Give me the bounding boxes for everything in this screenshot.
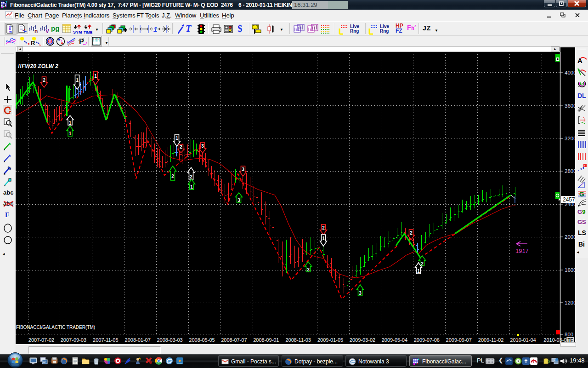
svg-text:2008-07-07: 2008-07-07 [221, 337, 247, 343]
svg-text:2009-07-06: 2009-07-06 [414, 337, 440, 343]
svg-text:1: 1 [94, 74, 97, 79]
svg-text:3200: 3200 [565, 136, 575, 141]
svg-text:2009-01-05: 2009-01-05 [317, 337, 343, 343]
svg-text:2007-11-05: 2007-11-05 [93, 337, 118, 343]
svg-text:1: 1 [175, 136, 178, 141]
svg-text:2: 2 [171, 174, 174, 179]
svg-text:2008-09-01: 2008-09-01 [253, 337, 279, 343]
svg-text:2: 2 [180, 144, 182, 150]
svg-text:3: 3 [242, 167, 244, 172]
svg-text:3: 3 [359, 291, 362, 296]
svg-text:2: 2 [190, 174, 192, 179]
svg-text:2000: 2000 [565, 234, 575, 240]
svg-text:2457: 2457 [563, 196, 575, 203]
svg-text:1: 1 [190, 184, 193, 190]
svg-text:2: 2 [322, 225, 325, 230]
svg-text:1: 1 [322, 236, 325, 241]
svg-text:3600: 3600 [565, 103, 575, 109]
svg-text:3: 3 [307, 267, 310, 272]
svg-text:2008-11-03: 2008-11-03 [285, 337, 311, 343]
svg-text:SYM: SYM [73, 30, 82, 34]
svg-text:FIBONACCI/GALACTIC TRADER(TM): FIBONACCI/GALACTIC TRADER(TM) [16, 325, 95, 330]
svg-text:4000: 4000 [565, 70, 575, 75]
svg-text:2010-01-04: 2010-01-04 [510, 337, 536, 343]
svg-text:1917: 1917 [515, 248, 529, 255]
svg-text:3: 3 [237, 198, 240, 203]
svg-text:2800: 2800 [565, 168, 575, 174]
svg-text:2009-11-02: 2009-11-02 [478, 337, 503, 343]
svg-text:TIME: TIME [84, 30, 93, 34]
svg-text:2: 2 [410, 230, 413, 236]
svg-text:2: 2 [43, 78, 45, 83]
svg-text:s: s [584, 164, 585, 167]
svg-text:2007-09-03: 2007-09-03 [61, 337, 86, 343]
svg-text:2009-09-07: 2009-09-07 [446, 337, 472, 343]
svg-text:2008-03-03: 2008-03-03 [157, 337, 182, 343]
svg-text:1: 1 [69, 121, 72, 126]
svg-text:3: 3 [201, 144, 204, 149]
svg-text:2007-07-02: 2007-07-02 [28, 337, 54, 343]
svg-text:4: 4 [3, 3, 5, 7]
svg-text:1200: 1200 [565, 300, 575, 305]
svg-text:2008-01-07: 2008-01-07 [125, 337, 151, 343]
svg-text:1: 1 [69, 131, 72, 136]
svg-text:W: W [9, 30, 12, 33]
svg-text:1: 1 [417, 269, 420, 274]
svg-text:1600: 1600 [565, 267, 575, 273]
svg-text:1: 1 [76, 78, 79, 83]
svg-text:n: n [34, 28, 38, 34]
svg-text:1: 1 [153, 25, 157, 33]
svg-text:2008-05-05: 2008-05-05 [189, 337, 215, 343]
svg-text:2009-03-02: 2009-03-02 [350, 337, 375, 343]
svg-text:R: R [31, 40, 35, 46]
svg-text:2009-05-04: 2009-05-04 [382, 337, 407, 343]
svg-text:V: V [45, 28, 49, 34]
svg-text:!!FW20 ZOLW 2: !!FW20 ZOLW 2 [18, 63, 58, 69]
svg-text:2: 2 [421, 261, 424, 266]
